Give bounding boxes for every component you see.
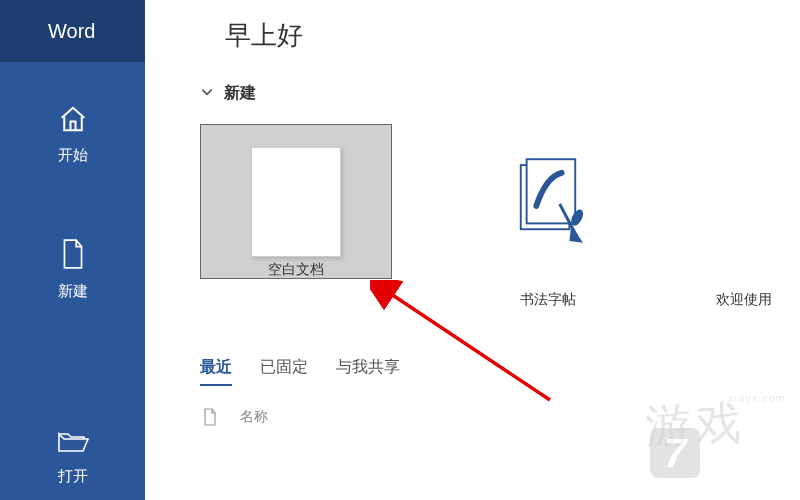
tab-shared[interactable]: 与我共享 bbox=[336, 357, 400, 384]
svg-rect-1 bbox=[527, 159, 576, 223]
app-brand: Word bbox=[0, 0, 145, 62]
template-blank-document[interactable]: 空白文档 bbox=[200, 124, 392, 309]
chevron-down-icon bbox=[200, 85, 214, 103]
template-welcome[interactable]: 欢迎使用 bbox=[704, 124, 784, 309]
recent-tabs: 最近 已固定 与我共享 bbox=[200, 357, 800, 386]
calligraphy-icon bbox=[513, 159, 583, 245]
template-calligraphy[interactable]: 书法字帖 bbox=[452, 124, 644, 309]
template-thumb bbox=[452, 124, 644, 279]
tab-pinned[interactable]: 已固定 bbox=[260, 357, 308, 384]
template-label: 空白文档 bbox=[268, 261, 324, 279]
home-icon bbox=[58, 104, 88, 138]
nav-home-label: 开始 bbox=[58, 146, 88, 165]
nav-open[interactable]: 打开 bbox=[0, 417, 145, 497]
greeting-title: 早上好 bbox=[225, 18, 800, 53]
nav-open-label: 打开 bbox=[58, 467, 88, 486]
template-thumb bbox=[200, 124, 392, 279]
template-thumb bbox=[704, 124, 784, 279]
list-header: 名称 bbox=[200, 408, 800, 426]
template-label: 书法字帖 bbox=[520, 291, 576, 309]
template-list: 空白文档 书法字帖 欢迎使用 bbox=[200, 124, 800, 309]
blank-page-icon bbox=[251, 147, 341, 257]
nav-new-label: 新建 bbox=[58, 282, 88, 301]
folder-open-icon bbox=[57, 429, 89, 459]
new-section-header[interactable]: 新建 bbox=[200, 83, 800, 104]
main-content: 早上好 新建 空白文档 bbox=[145, 0, 800, 500]
document-icon bbox=[60, 238, 86, 274]
column-name[interactable]: 名称 bbox=[240, 408, 268, 426]
template-label: 欢迎使用 bbox=[716, 291, 772, 309]
sidebar: Word 开始 新建 打开 bbox=[0, 0, 145, 500]
new-section-title: 新建 bbox=[224, 83, 256, 104]
nav-home[interactable]: 开始 bbox=[0, 94, 145, 174]
tab-recent[interactable]: 最近 bbox=[200, 357, 232, 386]
nav-new[interactable]: 新建 bbox=[0, 229, 145, 309]
document-small-icon bbox=[200, 408, 220, 426]
